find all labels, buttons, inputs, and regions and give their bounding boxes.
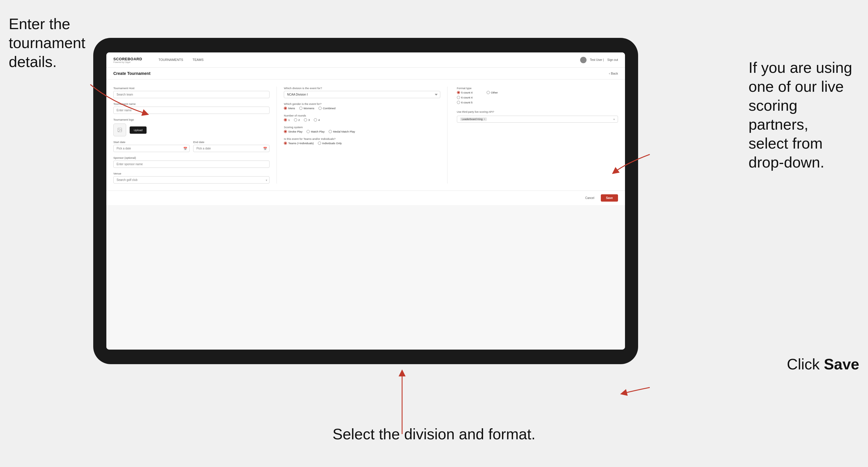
- format-6c4-label: 6 count 4: [461, 96, 473, 99]
- tournament-name-input[interactable]: [113, 106, 270, 114]
- venue-group: Venue ▾: [113, 172, 270, 184]
- tablet-screen: SCOREBOARD Powered by Clippit TOURNAMENT…: [106, 53, 625, 350]
- tournament-host-input[interactable]: [113, 91, 270, 98]
- format-other-label: Other: [491, 91, 498, 94]
- upload-button[interactable]: Upload: [130, 126, 147, 134]
- format-other-radio[interactable]: [487, 91, 490, 94]
- sponsor-input[interactable]: [113, 160, 270, 168]
- rounds-2-radio[interactable]: [294, 118, 297, 122]
- venue-dropdown-icon: ▾: [266, 178, 267, 182]
- back-link[interactable]: ‹ Back: [609, 72, 618, 75]
- nav-tournaments[interactable]: TOURNAMENTS: [154, 53, 188, 68]
- format-5c4-radio[interactable]: [457, 91, 460, 94]
- gender-mens-radio[interactable]: [284, 106, 287, 110]
- save-button[interactable]: Save: [601, 194, 618, 201]
- annotation-enter-tournament: Enter thetournamentdetails.: [9, 14, 102, 71]
- format-other[interactable]: Other: [487, 91, 498, 94]
- gender-combined-label: Combined: [323, 106, 335, 110]
- format-6c4[interactable]: 6 count 4: [457, 96, 473, 99]
- gender-mens[interactable]: Mens: [284, 106, 295, 110]
- event-teams[interactable]: Teams (+Individuals): [284, 142, 313, 145]
- scoring-medal-radio[interactable]: [329, 130, 332, 133]
- rounds-2[interactable]: 2: [294, 118, 300, 122]
- page-title: Create Tournament: [113, 71, 150, 76]
- scoring-match[interactable]: Match Play: [307, 130, 324, 133]
- tournament-name-label: Tournament name: [113, 102, 270, 105]
- start-date-label: Start date: [113, 141, 190, 144]
- scoring-stroke-radio[interactable]: [284, 130, 287, 133]
- end-date-wrap: 📅: [193, 145, 270, 152]
- rounds-radio-group: 1 2 3 4: [284, 118, 440, 122]
- gender-combined[interactable]: Combined: [318, 106, 335, 110]
- live-scoring-select[interactable]: Leaderboard King × ▾: [457, 116, 618, 123]
- live-scoring-chevron: ▾: [613, 118, 615, 121]
- format-row-1: 5 count 4 Other: [457, 91, 618, 94]
- rounds-4-radio[interactable]: [314, 118, 317, 122]
- sponsor-group: Sponsor (optional): [113, 156, 270, 168]
- tablet-device: SCOREBOARD Powered by Clippit TOURNAMENT…: [93, 38, 638, 364]
- event-teams-radio[interactable]: [284, 142, 287, 145]
- nav-links: TOURNAMENTS TEAMS: [154, 53, 208, 68]
- date-row: Start date 📅 End date 📅: [113, 141, 270, 152]
- tournament-logo-label: Tournament logo: [113, 118, 270, 121]
- rounds-4[interactable]: 4: [314, 118, 320, 122]
- navbar: SCOREBOARD Powered by Clippit TOURNAMENT…: [106, 53, 625, 68]
- gender-group: Which gender is the event for? Mens Wome…: [284, 102, 440, 110]
- gender-combined-radio[interactable]: [318, 106, 322, 110]
- rounds-group: Number of rounds 1 2: [284, 114, 440, 122]
- rounds-1[interactable]: 1: [284, 118, 290, 122]
- event-teams-label: Teams (+Individuals): [288, 142, 313, 145]
- division-select[interactable]: NCAA Division I NCAA Division II NCAA Di…: [284, 91, 440, 98]
- annotation-division: Select the division and format.: [333, 425, 535, 444]
- format-row-3: 6 count 5: [457, 101, 618, 104]
- tournament-name-group: Tournament name: [113, 102, 270, 114]
- end-date-input[interactable]: [193, 145, 270, 152]
- start-date-wrap: 📅: [113, 145, 190, 152]
- scoring-stroke-label: Stroke Play: [288, 130, 303, 133]
- scoring-group: Scoring system Stroke Play Match Play: [284, 126, 440, 133]
- rounds-3[interactable]: 3: [304, 118, 310, 122]
- gender-label: Which gender is the event for?: [284, 102, 440, 105]
- scoring-stroke[interactable]: Stroke Play: [284, 130, 303, 133]
- scoring-medal[interactable]: Medal Match Play: [329, 130, 355, 133]
- scoring-match-radio[interactable]: [307, 130, 310, 133]
- logo-upload-area: Upload: [113, 124, 270, 136]
- scoring-medal-label: Medal Match Play: [333, 130, 355, 133]
- cancel-button[interactable]: Cancel: [582, 195, 598, 201]
- start-date-input[interactable]: [113, 145, 190, 152]
- division-label: Which division is the event for?: [284, 87, 440, 90]
- rounds-3-label: 3: [308, 118, 310, 122]
- calendar-icon-end: 📅: [263, 147, 267, 150]
- signout-link[interactable]: Sign out: [607, 58, 618, 61]
- gender-womens[interactable]: Womens: [299, 106, 314, 110]
- rounds-1-radio[interactable]: [284, 118, 287, 122]
- avatar: [580, 57, 587, 63]
- format-6c5-radio[interactable]: [457, 101, 460, 104]
- page-header: Create Tournament ‹ Back: [106, 68, 625, 80]
- event-for-group: Is this event for Teams and/or Individua…: [284, 137, 440, 145]
- image-icon: [117, 127, 122, 132]
- format-5c4[interactable]: 5 count 4: [457, 91, 473, 94]
- event-for-radio-group: Teams (+Individuals) Individuals Only: [284, 142, 440, 145]
- logo-placeholder: [113, 124, 126, 136]
- middle-column: Which division is the event for? NCAA Di…: [284, 87, 447, 184]
- nav-teams[interactable]: TEAMS: [188, 53, 208, 68]
- format-6c4-radio[interactable]: [457, 96, 460, 99]
- rounds-3-radio[interactable]: [304, 118, 307, 122]
- navbar-right: Test User | Sign out: [580, 57, 618, 63]
- gender-radio-group: Mens Womens Combined: [284, 106, 440, 110]
- sponsor-label: Sponsor (optional): [113, 156, 270, 159]
- event-individuals-radio[interactable]: [318, 142, 321, 145]
- svg-point-1: [119, 129, 119, 129]
- live-scoring-group: Use third-party live scoring API? Leader…: [457, 111, 618, 123]
- gender-mens-label: Mens: [288, 106, 295, 110]
- live-scoring-remove[interactable]: ×: [484, 118, 485, 121]
- gender-womens-radio[interactable]: [299, 106, 303, 110]
- format-6c5[interactable]: 6 count 5: [457, 101, 473, 104]
- event-individuals[interactable]: Individuals Only: [318, 142, 342, 145]
- venue-input[interactable]: [113, 176, 270, 184]
- start-date-group: Start date 📅: [113, 141, 190, 152]
- gender-womens-label: Womens: [304, 106, 314, 110]
- annotation-save: Click Save: [787, 355, 859, 374]
- end-date-label: End date: [193, 141, 270, 144]
